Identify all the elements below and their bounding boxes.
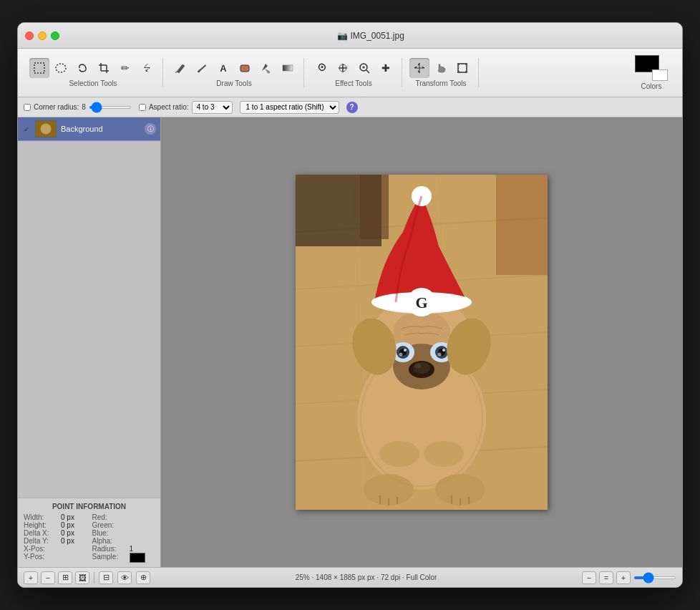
clone-stamp-tool[interactable] [311,58,331,78]
pencil-tool[interactable] [170,58,190,78]
svg-rect-18 [457,71,460,73]
remove-layer-button[interactable]: − [41,571,55,584]
aspect-ratio-checkbox[interactable] [139,104,146,111]
colors-label: Colors [641,82,662,90]
svg-point-9 [321,66,324,68]
svg-rect-8 [283,65,293,71]
blue-row: Blue: [92,529,155,537]
point-info-grid: Width: 0 px Height: 0 px Delta X: 0 px [24,513,155,563]
background-color[interactable] [652,69,668,81]
main-window: 📷 IMG_0051.jpg ✏ ⭍ Selectio [17,22,683,588]
sample-swatch [130,553,145,563]
gradient-fill-tool[interactable] [278,58,298,78]
layers-panel: ✓ Background ⓘ POINT INFORMATION W [18,117,161,567]
marquee-tool[interactable] [29,58,49,78]
alpha-label: Alpha: [92,537,127,545]
transform-tools-label: Transform Tools [415,79,466,87]
transform-tools-icons [409,58,472,78]
help-button[interactable]: ? [346,102,358,113]
paint-bucket-tool[interactable] [256,58,276,78]
cursor-button[interactable]: ⊕ [136,571,150,584]
delta-y-value: 0 px [61,537,74,545]
blue-label: Blue: [92,529,127,537]
image-canvas: G G [296,175,548,510]
draw-tools-icons: A [170,58,298,78]
color-mode: Full Color [407,573,437,581]
zoom-in-button[interactable]: + [616,571,631,584]
sample-row: Sample: [92,553,155,563]
draw-tools-group: A Draw Tools [165,58,304,87]
corner-radius-value: 8 [82,103,86,111]
shape-tool[interactable] [235,58,255,78]
magnify-tool[interactable] [354,58,374,78]
svg-point-21 [41,124,52,135]
maximize-button[interactable] [51,32,59,40]
lasso-tool[interactable] [72,58,92,78]
bottom-bar: + − ⊞ 🖼 ⊟ 👁 ⊕ 25% · 1408 × 1885 px px · … [18,567,682,587]
healing-tool[interactable] [333,58,353,78]
point-info-right: Red: Green: Blue: Alpha: [92,513,155,563]
aspect-ratio-label: Aspect ratio: [149,103,189,111]
bottom-left-buttons: + − ⊞ 🖼 [24,571,89,584]
move-tool[interactable] [409,58,429,78]
svg-rect-17 [465,63,467,65]
svg-point-55 [414,364,422,368]
layer-info-button[interactable]: ⓘ [145,123,156,135]
eyedropper-tool[interactable]: ⭍ [137,58,157,78]
ellipse-select-tool[interactable] [51,58,71,78]
width-row: Width: 0 px [24,513,87,521]
zoom-fit-button[interactable]: = [599,571,613,584]
width-value: 0 px [61,513,74,521]
selection-tools-label: Selection Tools [69,79,117,87]
green-label: Green: [92,521,127,529]
svg-point-1 [56,64,66,72]
red-row: Red: [92,513,155,521]
svg-point-60 [379,441,419,467]
svg-rect-16 [457,63,460,65]
crosshair-tool[interactable]: ✚ [376,58,396,78]
selection-tools-group: ✏ ⭍ Selection Tools [24,58,163,87]
separator-1 [94,572,94,584]
corner-radius-checkbox[interactable] [24,104,31,111]
crop-tool[interactable] [94,58,114,78]
radius-label: Radius: [92,545,127,553]
transform-tools-group: Transform Tools [404,58,479,87]
minimize-button[interactable] [38,32,47,40]
aspect-mode-dropdown[interactable]: 1 to 1 aspect ratio (Shift) [240,101,339,114]
hand-tool[interactable] [431,58,451,78]
close-button[interactable] [25,32,34,40]
layer-image-button[interactable]: 🖼 [75,571,89,584]
zoom-controls: − = + [582,571,676,584]
layer-item[interactable]: ✓ Background ⓘ [18,117,160,141]
text-tool[interactable]: A [213,58,233,78]
selection-tools-icons: ✏ ⭍ [29,58,157,78]
titlebar: 📷 IMG_0051.jpg [18,23,682,49]
zoom-out-button[interactable]: − [582,571,596,584]
toolbar: ✏ ⭍ Selection Tools A [18,49,682,97]
height-value: 0 px [61,521,74,529]
status-text: 25% · 1408 × 1885 px px · 72 dpi · Full … [155,573,578,581]
point-info-left: Width: 0 px Height: 0 px Delta X: 0 px [24,513,87,563]
eye-button[interactable]: 👁 [117,571,132,584]
magic-wand-tool[interactable]: ✏ [115,58,135,78]
corner-radius-slider[interactable] [89,106,132,109]
layer-visibility-check[interactable]: ✓ [22,125,31,133]
effect-tools-group: ✚ Effect Tools [306,58,402,87]
layer-thumbnail [35,120,57,137]
aspect-ratio-select[interactable]: 4 to 3 1 to 1 16 to 9 [192,101,233,114]
delta-x-value: 0 px [61,529,74,537]
add-layer-button[interactable]: + [24,571,38,584]
image-frame: G G [296,175,548,510]
svg-text:G: G [415,294,427,311]
y-pos-label: Y-Pos: [24,553,58,561]
brush-tool[interactable] [192,58,212,78]
duplicate-layer-button[interactable]: ⊞ [58,571,72,584]
image-content: G G [296,175,548,510]
image-dimensions: 1408 × 1885 px [316,573,365,581]
transform-tool[interactable] [452,58,472,78]
zoom-slider[interactable] [633,576,676,579]
green-row: Green: [92,521,155,529]
corner-radius-label: Corner radius: [34,103,79,111]
toggle-view-button[interactable]: ⊟ [99,571,113,584]
canvas-area[interactable]: G G [161,117,682,567]
